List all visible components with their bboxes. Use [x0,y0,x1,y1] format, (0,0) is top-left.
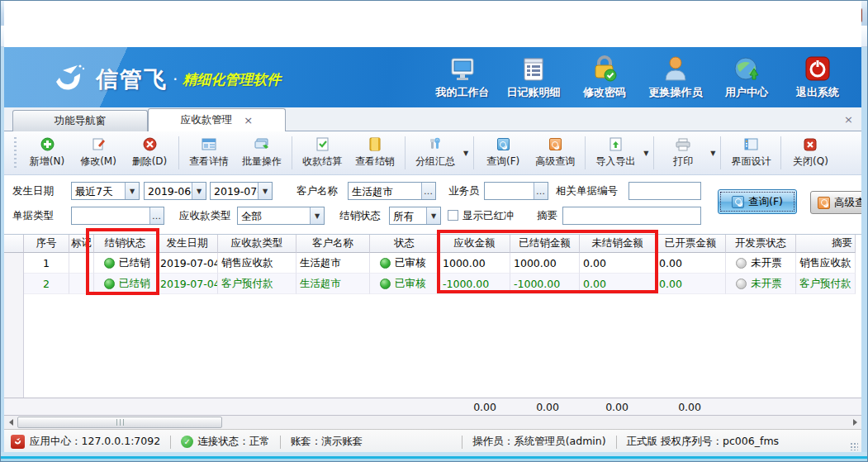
salesman-input[interactable]: … [484,182,548,200]
salesman-label: 业务员 [448,182,480,200]
book-icon [368,137,382,152]
status-separator [280,436,281,449]
toolbar-print-button[interactable]: 打印 [657,134,709,172]
ref-number-label: 相关单据编号 [556,182,618,200]
toolbar-adv-query-button[interactable]: 高级查询 [529,134,581,172]
toolbar-view-settled-button[interactable]: 查看结销 [349,134,401,172]
magnifier-orange-icon [549,137,562,152]
ui-design-icon [744,137,758,152]
nav-switch-operator[interactable]: 更换操作员 [640,52,711,103]
col-type[interactable]: 应收款类型 [218,235,296,253]
nav-exit-system[interactable]: 退出系统 [782,52,853,103]
col-date[interactable]: 发生日期 [157,235,218,253]
col-customer[interactable]: 客户名称 [296,235,370,253]
ellipsis-icon[interactable]: … [149,207,164,224]
doc-type-input[interactable]: … [71,207,164,225]
toolbar-settle-button[interactable]: 收款结算 [296,134,349,172]
date-to-combo[interactable]: 2019-07-04▼ [210,182,273,200]
status-app-center: 应用中心：127.0.0.1:7092 [4,435,160,449]
toolbar-batch-button[interactable]: 批量操作 [235,134,288,172]
toolbar-ui-design-button[interactable]: 界面设计 [724,134,777,172]
ref-number-input[interactable] [628,182,701,200]
toolbar-import-export-button[interactable]: 导入导出 [589,134,642,172]
group-summary-dropdown-icon[interactable]: ▼ [463,150,468,157]
chevron-down-icon[interactable]: ▼ [426,207,440,224]
tab-function-nav[interactable]: 功能导航窗 [12,110,148,131]
resize-grip-icon[interactable] [850,442,858,450]
nav-user-center[interactable]: 用户中心 [711,52,782,103]
scroll-right-arrow-icon[interactable] [848,416,861,429]
tab-close-icon[interactable]: × [244,115,253,126]
table-row[interactable]: 1 已结销 2019-07-04 销售应收款 生活超市 已审核 1000.00 … [4,253,856,274]
summary-input[interactable] [562,207,701,225]
col-invoiced[interactable]: 已开票金额 [656,235,726,253]
col-mark[interactable]: 标记 [69,235,94,253]
brand: 信管飞 · 精细化管理软件 [50,60,281,98]
settle-status-combo[interactable]: 所有▼ [389,207,441,225]
lock-check-icon [591,54,618,82]
advanced-query-button[interactable]: 高级查询 [810,191,861,214]
toolbar-edit-button[interactable]: 修改(M) [73,134,124,172]
journal-icon [521,54,546,82]
brand-logo-icon [50,60,88,98]
print-dropdown-icon[interactable]: ▼ [710,150,715,157]
toolbar-separator [780,136,781,169]
toolbar-query-button[interactable]: 查询(F) [477,134,529,172]
recv-type-combo[interactable]: 全部▼ [237,207,325,225]
nav-journal-detail[interactable]: 日记账明细 [498,52,569,103]
ellipsis-icon[interactable]: … [421,183,435,199]
date-preset-combo[interactable]: 最近7天▼ [71,182,140,200]
col-summary[interactable]: 摘要 [796,235,856,253]
toolbar-close-button[interactable]: 关闭(Q) [785,134,836,172]
chevron-down-icon[interactable]: ▼ [125,183,139,199]
banner: 信管飞 · 精细化管理软件 我的工作台 日记账明细 [4,47,861,107]
detail-icon [202,137,216,152]
banner-nav: 我的工作台 日记账明细 修改密码 [427,52,853,103]
nav-my-workbench[interactable]: 我的工作台 [427,52,498,103]
status-connection: ✓ 连接状态：正常 [181,435,270,449]
status-ball-green-icon [380,258,391,269]
table-row[interactable]: 2 已结销 2019-07-04 客户预付款 生活超市 已审核 -1000.00… [4,274,856,294]
batch-icon [254,137,269,152]
query-button[interactable]: 查询(F) [718,189,797,214]
customer-input[interactable]: 生活超市… [348,182,436,200]
window-bottom-frame [1,452,868,461]
status-ball-green-icon [104,279,115,289]
ellipsis-icon[interactable]: … [534,183,548,199]
col-invoice-status[interactable]: 开发票状态 [726,235,796,253]
col-amount[interactable]: 应收金额 [439,235,510,253]
total-unsettled: 0.00 [579,401,628,413]
tab-receivables[interactable]: 应收款管理 × [148,108,286,131]
toolbar-separator [585,136,586,169]
scroll-left-arrow-icon[interactable] [4,416,17,429]
show-reversed-checkbox[interactable] [448,210,458,221]
status-license: 正式版 授权序列号：pc006_fms [627,435,779,449]
status-ball-gray-icon [736,258,747,269]
import-export-dropdown-icon[interactable]: ▼ [643,150,648,157]
toolbar-delete-button[interactable]: 删除(D) [124,134,175,172]
chevron-down-icon[interactable]: ▼ [192,183,206,199]
toolbar-grip[interactable] [14,137,17,169]
toolbar-add-button[interactable]: 新增(N) [21,134,73,172]
show-reversed-label: 显示已红冲 [462,207,515,225]
toolbar: 新增(N) 修改(M) 删除(D) 查看详情 批量操作 收款结 [4,131,861,175]
settle-icon [316,137,329,152]
scrollbar-thumb[interactable] [17,417,222,428]
date-from-combo[interactable]: 2019-06-27▼ [144,182,206,200]
chevron-down-icon[interactable]: ▼ [258,183,272,199]
chevron-down-icon[interactable]: ▼ [310,207,324,224]
col-unsettled[interactable]: 未结销金额 [580,235,656,253]
toolbar-group-summary-button[interactable]: 分组汇总 [409,134,462,172]
tools-icon [429,137,442,152]
col-selector [4,235,24,253]
col-settle-status[interactable]: 结销状态 [94,235,157,253]
customer-label: 客户名称 [296,182,338,200]
nav-change-password[interactable]: 修改密码 [569,52,640,103]
magnifier-blue-icon [497,137,510,152]
col-settled[interactable]: 已结销金额 [510,235,580,253]
col-status[interactable]: 状态 [370,235,439,253]
tabstrip-close-icon[interactable]: × [844,113,853,126]
horizontal-scrollbar[interactable] [4,416,861,429]
col-seq[interactable]: 序号 [24,235,69,253]
toolbar-view-detail-button[interactable]: 查看详情 [183,134,235,172]
